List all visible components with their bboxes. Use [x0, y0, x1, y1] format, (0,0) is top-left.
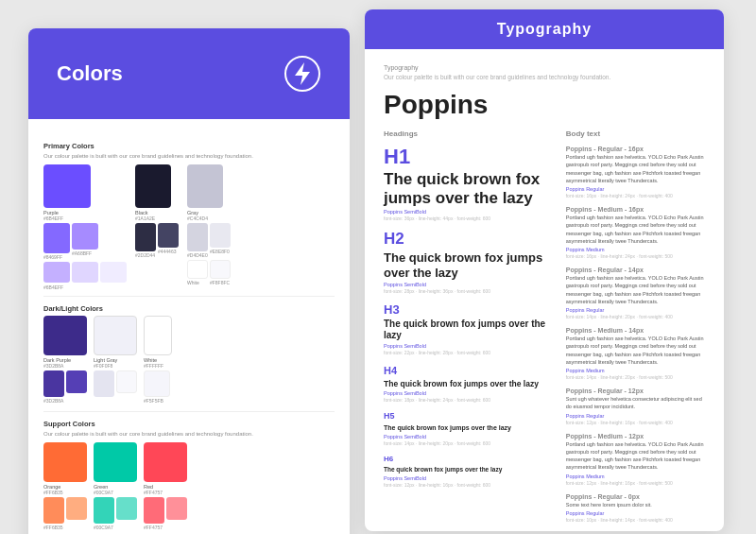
body-item-7: Poppins - Regular - 0px Some text here l… [566, 493, 705, 523]
support-colors-desc: Our colour palette is built with our cor… [43, 431, 335, 437]
body-meta-7: Poppins Regular [566, 510, 705, 516]
dark-purple-swatch [43, 316, 87, 355]
body-item-1: Poppins - Regular - 16px Portland ugh fa… [566, 146, 705, 198]
h5-spec: font-size: 14px · line-height: 20px · fo… [384, 440, 551, 446]
h5-item: H5 The quick brown fox jumps over the la… [384, 412, 551, 446]
body-style-1: Poppins - Regular - 16px [566, 146, 705, 152]
purple-group: Purple #6B4EFF #8469FF #A68BFF [43, 164, 127, 290]
font-name: Poppins [384, 90, 705, 120]
h2-sample: The quick brown fox jumps over the lazy [384, 250, 551, 280]
dark-swatch-row: Dark Purple #3D2B8A #3D2B8A Light Gray #… [43, 316, 335, 404]
support-swatch-row: Orange #FF6B35 #FF6B35 Green #00C9A7 [43, 442, 335, 530]
gray-hex: #C4C4D4 [187, 215, 231, 221]
h1-level: H1 [384, 146, 551, 168]
black2-swatch [158, 223, 179, 248]
body-text-2: Portland ugh fashion axe helvetica. YOLO… [566, 214, 705, 245]
purple-light3 [100, 262, 127, 283]
gray-swatch [187, 164, 223, 208]
h1-meta: Poppins SemiBold [384, 209, 551, 215]
h4-sample: The quick brown fox jumps over the lazy [384, 379, 551, 388]
body-text-6: Portland ugh fashion axe helvetica. YOLO… [566, 440, 705, 472]
colors-body: Primary Colors Our colour palette is bui… [28, 119, 350, 534]
body-item-8: Poppins - Medium - 0px Some text here lo… [566, 530, 705, 531]
purple-swatch [43, 164, 91, 208]
light-gray1 [94, 370, 114, 397]
dark-colors-label: Dark/Light Colors [43, 304, 335, 313]
body-text-4: Portland ugh fashion axe helvetica. YOLO… [566, 335, 705, 366]
h2-item: H2 The quick brown fox jumps over the la… [384, 231, 551, 294]
body-col: Body text Poppins - Regular - 16px Portl… [566, 129, 705, 531]
purple-hex: #6B4EFF [43, 215, 127, 221]
purple1-swatch [43, 223, 70, 253]
body-meta-3: Poppins Regular [566, 307, 705, 313]
colors-title: Colors [57, 61, 123, 86]
body-style-6: Poppins - Medium - 12px [566, 433, 705, 439]
body-label: Body text [566, 129, 705, 138]
h6-level: H6 [384, 456, 551, 464]
body-text-5: Sunt ugh whatever helvetica consectetur … [566, 395, 705, 411]
h6-sample: The quick brown fox jumps over the lazy [384, 466, 551, 474]
h4-meta: Poppins SemiBold [384, 390, 551, 396]
body-item-4: Poppins - Medium - 14px Portland ugh fas… [566, 327, 705, 380]
h5-sample: The quick brown fox jumps over the lazy [384, 423, 551, 432]
body-item-2: Poppins - Medium - 16px Portland ugh fas… [566, 206, 705, 259]
two-column-layout: Headings H1 The quick brown fox jumps ov… [384, 129, 705, 531]
body-spec-3: font-size: 14px · line-height: 20px · fo… [566, 314, 705, 319]
light-gray-group: Light Gray #F0F0F8 [94, 316, 137, 404]
dark-purple2 [66, 370, 87, 393]
body-spec-5: font-size: 12px · line-height: 16px · fo… [566, 420, 705, 425]
body-meta-6: Poppins Medium [566, 474, 705, 479]
white2 [144, 370, 170, 397]
typography-title: Typography [497, 21, 592, 37]
body-style-2: Poppins - Medium - 16px [566, 206, 705, 213]
white-swatch [187, 260, 208, 279]
orange-group: Orange #FF6B35 #FF6B35 [43, 442, 87, 530]
body-style-5: Poppins - Regular - 12px [566, 388, 705, 394]
body-spec-4: font-size: 14px · line-height: 20px · fo… [566, 374, 705, 380]
purple-light1 [43, 262, 70, 283]
body-spec-2: font-size: 16px · line-height: 24px · fo… [566, 253, 705, 259]
h6-meta: Poppins SemiBold [384, 475, 551, 481]
h5-level: H5 [384, 412, 551, 422]
white2-swatch [210, 260, 231, 279]
headings-label: Headings [384, 129, 551, 138]
body-item-6: Poppins - Medium - 12px Portland ugh fas… [566, 433, 705, 486]
primary-colors-desc: Our colour palette is built with our cor… [43, 153, 335, 159]
body-text-7: Some text here lorem ipsum dolor sit. [566, 501, 705, 508]
h2-spec: font-size: 28px · line-height: 36px · fo… [384, 288, 551, 294]
body-text-3: Portland ugh fashion axe helvetica. YOLO… [566, 274, 705, 305]
light-gray-swatch [94, 316, 137, 355]
black-hex: #1A1A2E [135, 215, 179, 221]
body-meta-2: Poppins Medium [566, 247, 705, 252]
black-group: Black #1A1A2E #2D2D44 #444463 [135, 164, 179, 290]
primary-swatch-row: Purple #6B4EFF #8469FF #A68BFF [43, 164, 335, 290]
h3-meta: Poppins SemiBold [384, 343, 551, 349]
svg-marker-1 [295, 62, 310, 85]
body-style-8: Poppins - Medium - 0px [566, 530, 705, 531]
divider2 [43, 411, 335, 412]
gray-group: Gray #C4C4D4 #D4D4E0 #E8E8F0 [187, 164, 231, 290]
body-text-1: Portland ugh fashion axe helvetica. YOLO… [566, 153, 705, 184]
headings-col: Headings H1 The quick brown fox jumps ov… [384, 129, 551, 531]
h3-level: H3 [384, 303, 551, 317]
typography-body: Typography Our colour palette is built w… [365, 49, 724, 531]
body-spec-1: font-size: 16px · line-height: 24px · fo… [566, 193, 705, 198]
h4-level: H4 [384, 365, 551, 376]
body-style-3: Poppins - Regular - 14px [566, 267, 705, 273]
divider1 [43, 296, 335, 297]
support-colors-label: Support Colors [43, 420, 335, 428]
h4-spec: font-size: 18px · line-height: 24px · fo… [384, 397, 551, 403]
colors-panel: Colors Primary Colors Our colour palette… [28, 28, 350, 534]
h3-sample: The quick brown fox jumps over the lazy [384, 319, 551, 341]
h3-spec: font-size: 22px · line-height: 28px · fo… [384, 350, 551, 355]
typography-header: Typography [365, 9, 724, 49]
h2-level: H2 [384, 231, 551, 249]
body-spec-6: font-size: 12px · line-height: 16px · fo… [566, 480, 705, 486]
light-gray2 [116, 370, 137, 393]
black-swatch [135, 164, 171, 208]
gray2-swatch [210, 223, 231, 248]
body-item-5: Poppins - Regular - 12px Sunt ugh whatev… [566, 388, 705, 425]
h1-sample: The quick brown fox jumps over the lazy [384, 170, 551, 207]
body-style-7: Poppins - Regular - 0px [566, 493, 705, 500]
body-meta-5: Poppins Regular [566, 413, 705, 419]
